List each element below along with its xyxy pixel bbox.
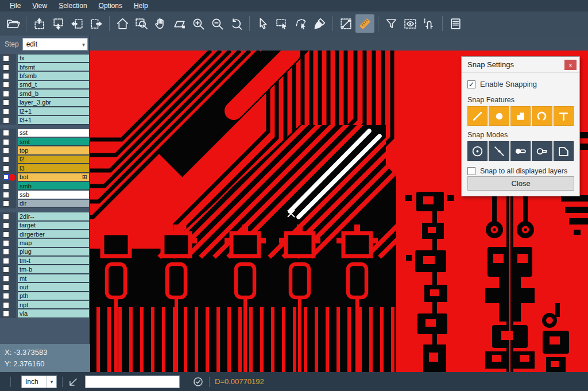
layer-row-smb[interactable]: smb: [0, 181, 90, 190]
layer-row-map[interactable]: map: [0, 239, 90, 247]
dialog-titlebar[interactable]: Snap Settings x: [462, 57, 579, 73]
layer-checkbox[interactable]: [3, 139, 9, 145]
menu-file[interactable]: File: [5, 1, 26, 11]
menu-view[interactable]: View: [27, 1, 52, 11]
layer-checkbox[interactable]: [3, 82, 9, 88]
layer-row-bot[interactable]: bot⊞: [0, 173, 90, 181]
angle-measure-icon[interactable]: [68, 376, 79, 388]
ruler-button[interactable]: [355, 14, 374, 33]
snap-mode-line-point-button[interactable]: [489, 141, 509, 161]
pan-left-button[interactable]: [68, 14, 87, 33]
polygon-select-button[interactable]: [291, 14, 310, 33]
layer-row-top[interactable]: top: [0, 146, 90, 155]
zoom-out-button[interactable]: [208, 14, 227, 33]
layer-row-tm-b[interactable]: tm-b: [0, 265, 90, 274]
layer-checkbox[interactable]: [3, 293, 9, 299]
layer-row-pth[interactable]: pth: [0, 292, 90, 300]
snap-feature-surface-button[interactable]: [510, 106, 531, 126]
layer-checkbox[interactable]: [3, 214, 9, 220]
layer-label[interactable]: dir: [18, 200, 89, 208]
layer-label[interactable]: smb: [18, 182, 89, 190]
select-arrow-button[interactable]: [253, 14, 272, 33]
zoom-previous-button[interactable]: [227, 14, 246, 33]
snap-feature-text-button[interactable]: [554, 106, 574, 126]
layer-row-l2+1[interactable]: l2+1: [0, 107, 90, 115]
layer-row-out[interactable]: out: [0, 283, 90, 292]
step-select[interactable]: edit ▾: [22, 38, 88, 51]
snap-all-layers-checkbox[interactable]: [467, 167, 475, 175]
zoom-in-button[interactable]: [189, 14, 208, 33]
brush-select-button[interactable]: [310, 14, 329, 33]
layer-row-ssb[interactable]: ssb: [0, 191, 90, 199]
layer-checkbox[interactable]: [3, 91, 9, 97]
layer-row-smd_b[interactable]: smd_b: [0, 90, 90, 98]
layer-label[interactable]: l3: [18, 164, 89, 172]
layer-label[interactable]: top: [18, 146, 89, 154]
layer-checkbox[interactable]: [3, 117, 9, 123]
enable-snapping-checkbox[interactable]: ✓: [467, 80, 475, 88]
menu-selection[interactable]: Selection: [53, 1, 92, 11]
move-view-button[interactable]: [170, 14, 189, 33]
layer-row-dirgerber[interactable]: dirgerber: [0, 230, 90, 238]
layer-row-sst[interactable]: sst: [0, 129, 90, 137]
layer-row-plug[interactable]: plug: [0, 247, 90, 256]
snap-mode-pad-snap-button[interactable]: [510, 141, 531, 161]
layer-label[interactable]: dirgerber: [18, 230, 89, 238]
layer-row-fx[interactable]: fx: [0, 54, 90, 63]
pan-right-button[interactable]: [87, 14, 106, 33]
layer-label[interactable]: ssb: [18, 191, 89, 199]
confirm-circle-icon[interactable]: [192, 376, 204, 388]
layer-label[interactable]: map: [18, 239, 89, 247]
filter-button[interactable]: [382, 14, 401, 33]
snap-mode-profile-button[interactable]: [554, 141, 574, 161]
layer-checkbox[interactable]: [3, 284, 9, 291]
layer-label[interactable]: 2dir--: [18, 212, 89, 220]
snap-feature-pad-button[interactable]: [489, 106, 509, 126]
layer-checkbox[interactable]: [3, 109, 9, 115]
dialog-close-action-button[interactable]: Close: [467, 176, 574, 191]
layer-checkbox[interactable]: [3, 99, 9, 106]
magnet-snap-button[interactable]: [420, 14, 439, 33]
layer-label[interactable]: plug: [18, 248, 89, 256]
layers-form-button[interactable]: [446, 14, 465, 33]
layer-checkbox[interactable]: [3, 73, 9, 79]
layer-row-tm-t[interactable]: tm-t: [0, 257, 90, 265]
layer-label[interactable]: bfsmb: [18, 72, 89, 80]
layer-label[interactable]: sst: [18, 129, 89, 137]
layer-row-bfsmb[interactable]: bfsmb: [0, 72, 90, 80]
view-box-button[interactable]: [401, 14, 420, 33]
layer-label[interactable]: out: [18, 283, 89, 291]
measure-points-button[interactable]: [336, 14, 355, 33]
layer-label[interactable]: mt: [18, 274, 89, 282]
layer-label[interactable]: tm-t: [18, 257, 89, 265]
layer-checkbox[interactable]: [3, 231, 9, 238]
layer-checkbox[interactable]: [3, 266, 9, 273]
layer-label[interactable]: bot⊞: [18, 173, 89, 181]
snap-mode-center-button[interactable]: [467, 141, 488, 161]
layer-label[interactable]: target: [18, 222, 89, 230]
rect-select-button[interactable]: [272, 14, 291, 33]
layer-label[interactable]: tm-b: [18, 265, 89, 273]
layer-checkbox[interactable]: [3, 276, 9, 282]
layer-checkbox[interactable]: [3, 311, 9, 317]
layer-checkbox[interactable]: [3, 302, 9, 308]
layer-checkbox[interactable]: [3, 156, 9, 162]
pan-down-button[interactable]: [49, 14, 68, 33]
open-folder-button[interactable]: [3, 14, 22, 33]
layer-label[interactable]: l3+1: [18, 116, 89, 124]
layer-row-bfsmt[interactable]: bfsmt: [0, 63, 90, 71]
layer-checkbox[interactable]: [3, 249, 9, 255]
layer-row-layer_3.gbr[interactable]: layer_3.gbr: [0, 98, 90, 107]
layer-checkbox[interactable]: [3, 240, 9, 246]
layer-checkbox[interactable]: [3, 165, 9, 172]
layer-row-2dir--[interactable]: 2dir--: [0, 212, 90, 221]
layer-checkbox[interactable]: [3, 258, 9, 264]
layer-row-npt[interactable]: npt: [0, 301, 90, 309]
layer-label[interactable]: npt: [18, 301, 89, 309]
layer-label[interactable]: layer_3.gbr: [18, 98, 89, 106]
layer-label[interactable]: smd_b: [18, 90, 89, 98]
snap-feature-arc-button[interactable]: [532, 106, 552, 126]
snap-feature-line-button[interactable]: [467, 106, 488, 126]
layer-row-smt[interactable]: smt: [0, 138, 90, 146]
layer-label[interactable]: fx: [18, 55, 89, 63]
